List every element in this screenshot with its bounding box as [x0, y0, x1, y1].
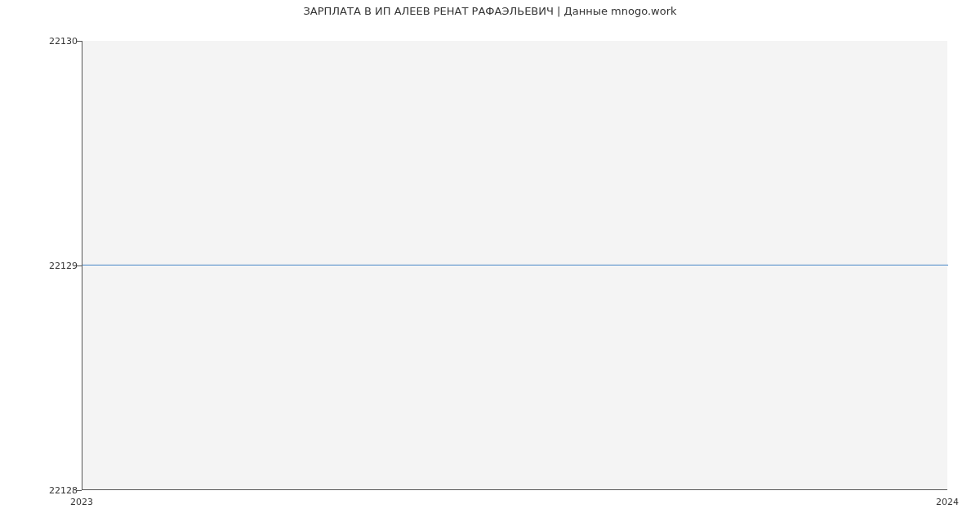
chart-title: ЗАРПЛАТА В ИП АЛЕЕВ РЕНАТ РАФАЭЛЬЕВИЧ | … — [0, 5, 980, 17]
ygrid-mid — [82, 266, 948, 266]
data-line — [82, 265, 948, 266]
salary-chart: ЗАРПЛАТА В ИП АЛЕЕВ РЕНАТ РАФАЭЛЬЕВИЧ | … — [0, 0, 980, 531]
xtick-label-1: 2024 — [936, 497, 959, 507]
ytick-label-1: 22129 — [41, 261, 78, 271]
ytick-label-2: 22130 — [41, 36, 78, 47]
ytick-mark-0 — [77, 490, 82, 491]
plot-area — [82, 41, 947, 490]
xtick-label-0: 2023 — [70, 497, 93, 507]
ytick-label-0: 22128 — [41, 485, 78, 496]
